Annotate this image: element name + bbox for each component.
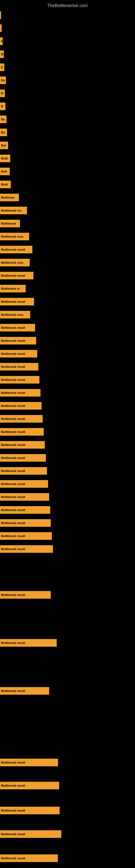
result-bar: Bottleneck result xyxy=(0,506,50,514)
bar-row: B xyxy=(0,102,135,111)
result-bar: B xyxy=(0,102,5,110)
result-bar: Bottleneck result xyxy=(0,454,46,462)
bar-row: Bottleneck result xyxy=(0,493,135,501)
bar-row: Bottleneck result xyxy=(0,297,135,306)
bar-row: Bottleneck xyxy=(0,219,135,228)
bar-row: Bottleneck result xyxy=(0,375,135,384)
bar-row: Bottleneck result xyxy=(0,349,135,358)
bar-row: Bottleneck result xyxy=(0,806,135,815)
result-bar: Bottleneck result xyxy=(0,467,47,475)
bar-row: Bottleneck result xyxy=(0,323,135,332)
result-bar: Bottleneck result xyxy=(0,493,49,501)
bar-row: B xyxy=(0,50,135,59)
bar-row: Bot xyxy=(0,141,135,150)
result-bar: Bottleneck result xyxy=(0,782,59,789)
result-bar: Bottleneck resu xyxy=(0,233,29,240)
bar-row: Bottl xyxy=(0,154,135,163)
bar-row: Bottleneck result xyxy=(0,336,135,345)
bar-row: Bottleneck result xyxy=(0,362,135,371)
bar-row: Bottleneck result xyxy=(0,830,135,838)
result-bar: Bottleneck result xyxy=(0,337,36,344)
result-bar: Bottleneck xyxy=(0,220,20,227)
bar-row: Bottleneck result xyxy=(0,401,135,410)
bar-row xyxy=(0,11,135,20)
bar-row: E xyxy=(0,63,135,72)
result-bar: Bottl xyxy=(0,181,11,188)
bar-row: Bottleneck result xyxy=(0,389,135,397)
bar-row: B xyxy=(0,89,135,98)
result-bar: Bottleneck result xyxy=(0,545,53,553)
result-bar: Bott xyxy=(0,167,10,175)
result-bar: Bottleneck result xyxy=(0,298,34,305)
result-bar: E xyxy=(0,63,4,71)
bar-row: Bottleneck result xyxy=(0,454,135,462)
bar-row: Bottl xyxy=(0,180,135,189)
result-bar: Bottleneck result xyxy=(0,532,52,540)
result-bar: Bottlenec xyxy=(0,194,19,201)
bar-row: Bo xyxy=(0,128,135,137)
result-bar: Bottleneck result xyxy=(0,855,58,862)
result-bar: Bo xyxy=(0,76,6,84)
bar-row: Bottleneck result xyxy=(0,639,135,647)
bar-row: Bottleneck resu xyxy=(0,310,135,319)
result-bar: B xyxy=(0,90,5,97)
result-bar: Bottleneck result xyxy=(0,591,51,599)
bar-row: Bottleneck result xyxy=(0,532,135,540)
result-bar: E xyxy=(0,37,3,45)
bar-row: Bottleneck result xyxy=(0,758,135,767)
result-bar: Bottleneck result xyxy=(0,480,48,488)
result-bar: Bottleneck resu xyxy=(0,311,30,318)
bar-row: Bottleneck result xyxy=(0,440,135,449)
bar-row: Bo xyxy=(0,115,135,124)
result-bar xyxy=(0,11,1,19)
result-bar: Bottleneck result xyxy=(0,759,58,766)
bar-row xyxy=(0,24,135,33)
bar-row: Bo xyxy=(0,76,135,85)
bar-row: Bottleneck resu xyxy=(0,258,135,267)
result-bar: Bottleneck result xyxy=(0,363,38,371)
result-bar: Bo xyxy=(0,129,7,136)
result-bar: Bottleneck result xyxy=(0,389,41,397)
result-bar: Bottleneck result xyxy=(0,639,57,647)
bar-row: Bottleneck result xyxy=(0,519,135,527)
result-bar: Bottleneck res xyxy=(0,207,27,214)
bar-row: Bottleneck result xyxy=(0,271,135,280)
result-bar: Bot xyxy=(0,142,8,149)
result-bar: Bottleneck resu xyxy=(0,259,30,267)
result-bar: Bottleneck result xyxy=(0,402,42,410)
result-bar: Bottleneck result xyxy=(0,428,44,436)
result-bar: Bottleneck result xyxy=(0,350,37,358)
bar-row: Bottleneck result xyxy=(0,467,135,475)
bar-row: Bottleneck result xyxy=(0,428,135,436)
site-title: TheBottlenecker.com xyxy=(0,1,135,10)
bar-row: Bottleneck result xyxy=(0,686,135,695)
bar-row: Bottleneck res xyxy=(0,206,135,215)
bar-row: Bottleneck result xyxy=(0,506,135,514)
bar-row: Bottleneck result xyxy=(0,545,135,553)
result-bar: Bottleneck result xyxy=(0,519,51,527)
bar-row: Bottleneck result xyxy=(0,854,135,863)
bar-row: Bottleneck result xyxy=(0,414,135,423)
bar-row: Bottleneck result xyxy=(0,245,135,254)
bar-row: Bottleneck resu xyxy=(0,232,135,241)
result-bar: Bo xyxy=(0,116,6,123)
result-bar: Bottleneck result xyxy=(0,441,45,448)
result-bar: B xyxy=(0,51,4,58)
bar-row: Bottleneck result xyxy=(0,479,135,488)
result-bar: Bottleneck re xyxy=(0,285,26,292)
bar-row: Bott xyxy=(0,167,135,176)
result-bar: Bottl xyxy=(0,155,10,162)
result-bar: Bottleneck result xyxy=(0,807,60,814)
result-bar: Bottleneck result xyxy=(0,376,39,383)
result-bar xyxy=(0,24,2,32)
bar-row: Bottlenec xyxy=(0,193,135,202)
bar-row: Bottleneck result xyxy=(0,781,135,790)
result-bar: Bottleneck result xyxy=(0,415,43,423)
bar-row: Bottleneck re xyxy=(0,284,135,293)
result-bar: Bottleneck result xyxy=(0,830,61,838)
result-bar: Bottleneck result xyxy=(0,687,49,695)
result-bar: Bottleneck result xyxy=(0,246,32,253)
bar-row: E xyxy=(0,37,135,45)
bar-row: Bottleneck result xyxy=(0,590,135,599)
result-bar: Bottleneck result xyxy=(0,324,35,332)
